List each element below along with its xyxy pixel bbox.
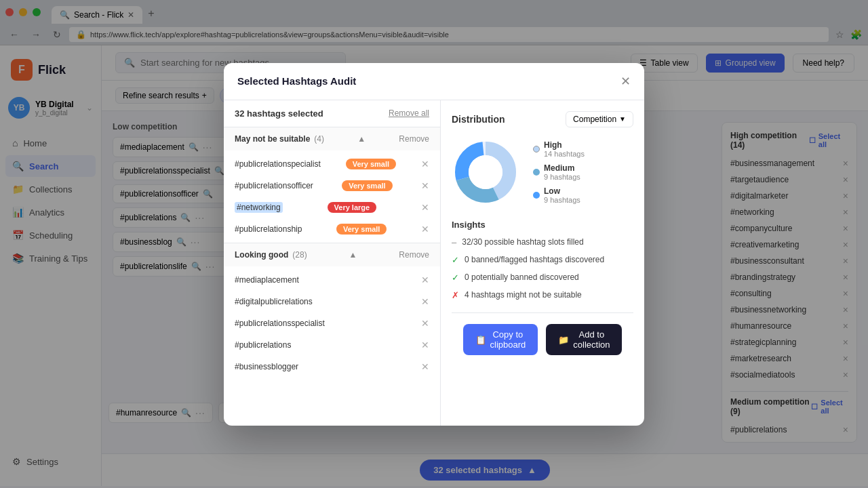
remove-item-btn[interactable]: ✕ [421, 274, 429, 285]
legend-low: Low 9 hashtags [533, 186, 585, 204]
hashtag-label: #publicrelationsofficer [235, 181, 313, 190]
modal-body: 32 hashtags selected Remove all May not … [224, 100, 644, 426]
modal-right-panel: Distribution Competition ▼ [441, 100, 644, 426]
legend-dot-high [533, 146, 540, 152]
size-badge-large: Very large [328, 202, 377, 213]
hashtag-label: #digitalpublicrelations [235, 297, 313, 306]
dash-icon: – [452, 237, 456, 249]
chart-legend: High 14 hashtags Medium 9 hashtags [533, 140, 585, 204]
insight-item: ✗ 4 hashtags might not be suitable [452, 289, 633, 302]
not-suitable-title: May not be suitable (4) [235, 134, 324, 144]
remove-all-btn[interactable]: Remove all [389, 108, 429, 118]
svg-point-4 [469, 155, 502, 189]
remove-item-btn[interactable]: ✕ [421, 340, 429, 350]
modal-title: Selected Hashtags Audit [237, 75, 356, 87]
looking-good-title: Looking good (28) [235, 250, 307, 260]
list-item: #publicrelationship Very small ✕ [224, 218, 440, 240]
competition-dropdown[interactable]: Competition ▼ [566, 111, 633, 127]
list-item: #publicrelationsofficer Very small ✕ [224, 175, 440, 197]
remove-item-btn[interactable]: ✕ [421, 180, 429, 191]
hashtag-label-highlighted: #networking [235, 202, 283, 213]
not-suitable-remove-btn[interactable]: Remove [399, 134, 429, 144]
modal-close-btn[interactable]: ✕ [620, 74, 631, 89]
remove-item-btn[interactable]: ✕ [421, 296, 429, 307]
collapse-icon: ▲ [357, 134, 366, 144]
hashtag-label: #publicrelations [235, 340, 291, 350]
legend-high: High 14 hashtags [533, 140, 585, 158]
modal-left-panel: 32 hashtags selected Remove all May not … [224, 100, 441, 426]
looking-good-remove-btn[interactable]: Remove [399, 250, 429, 260]
add-to-collection-btn[interactable]: 📁 Add to collection [546, 324, 622, 355]
list-item: #businessblogger ✕ [224, 356, 440, 378]
insights-section: Insights – 32/30 possible hashtag slots … [452, 220, 633, 302]
legend-medium: Medium 9 hashtags [533, 163, 585, 181]
remove-item-btn[interactable]: ✕ [421, 318, 429, 329]
modal-header: Selected Hashtags Audit ✕ [224, 63, 644, 100]
chart-area: High 14 hashtags Medium 9 hashtags [452, 138, 633, 206]
modal-left-header: 32 hashtags selected Remove all [224, 100, 440, 127]
competition-label: Competition [573, 115, 616, 124]
list-item: #publicrelations ✕ [224, 334, 440, 356]
hashtag-label: #publicrelationspecialist [235, 159, 321, 169]
list-item: #networking Very large ✕ [224, 197, 440, 218]
looking-good-section: Looking good (28) ▲ Remove #mediaplaceme… [224, 243, 440, 380]
hashtag-count: 32 hashtags selected [235, 108, 323, 119]
collection-icon: 📁 [558, 335, 569, 345]
audit-modal: Selected Hashtags Audit ✕ 32 hashtags se… [224, 63, 644, 426]
collapse-icon: ▲ [349, 250, 357, 260]
x-icon: ✗ [452, 289, 459, 302]
not-suitable-section: May not be suitable (4) ▲ Remove #public… [224, 127, 440, 243]
list-item: #publicrelationspecialist Very small ✕ [224, 153, 440, 175]
hashtag-label: #businessblogger [235, 362, 298, 371]
insights-title: Insights [452, 220, 633, 230]
legend-dot-medium [533, 169, 540, 176]
hashtag-label: #mediaplacement [235, 275, 299, 285]
list-item: #mediaplacement ✕ [224, 269, 440, 291]
chevron-down-icon: ▼ [619, 115, 626, 123]
remove-item-btn[interactable]: ✕ [421, 224, 429, 235]
not-suitable-list: #publicrelationspecialist Very small ✕ #… [224, 150, 440, 243]
remove-item-btn[interactable]: ✕ [421, 361, 429, 372]
modal-footer: 📋 Copy to clipboard 📁 Add to collection [452, 312, 633, 363]
copy-to-clipboard-btn[interactable]: 📋 Copy to clipboard [463, 324, 538, 355]
size-badge: Very small [336, 224, 387, 235]
hashtag-label: #publicrelationship [235, 224, 302, 234]
clipboard-icon: 📋 [475, 335, 486, 345]
size-badge: Very small [346, 159, 396, 169]
legend-dot-low [533, 192, 540, 199]
remove-item-btn[interactable]: ✕ [421, 159, 429, 169]
insight-item: ✓ 0 banned/flagged hashtags discovered [452, 254, 633, 266]
donut-chart [452, 138, 519, 206]
check-icon: ✓ [452, 272, 459, 284]
distribution-title: Distribution [452, 114, 505, 125]
insight-item: – 32/30 possible hashtag slots filled [452, 237, 633, 249]
size-badge: Very small [342, 180, 392, 191]
distribution-header: Distribution Competition ▼ [452, 111, 633, 127]
list-item: #digitalpublicrelations ✕ [224, 291, 440, 312]
hashtag-label: #publicrelationsspecialist [235, 319, 325, 328]
remove-item-btn[interactable]: ✕ [421, 202, 429, 213]
looking-good-header[interactable]: Looking good (28) ▲ Remove [224, 243, 440, 266]
looking-good-list: #mediaplacement ✕ #digitalpublicrelation… [224, 266, 440, 380]
modal-overlay[interactable]: Selected Hashtags Audit ✕ 32 hashtags se… [0, 0, 868, 488]
insight-item: ✓ 0 potentially banned discovered [452, 272, 633, 284]
check-icon: ✓ [452, 254, 459, 266]
not-suitable-header[interactable]: May not be suitable (4) ▲ Remove [224, 127, 440, 150]
list-item: #publicrelationsspecialist ✕ [224, 312, 440, 334]
